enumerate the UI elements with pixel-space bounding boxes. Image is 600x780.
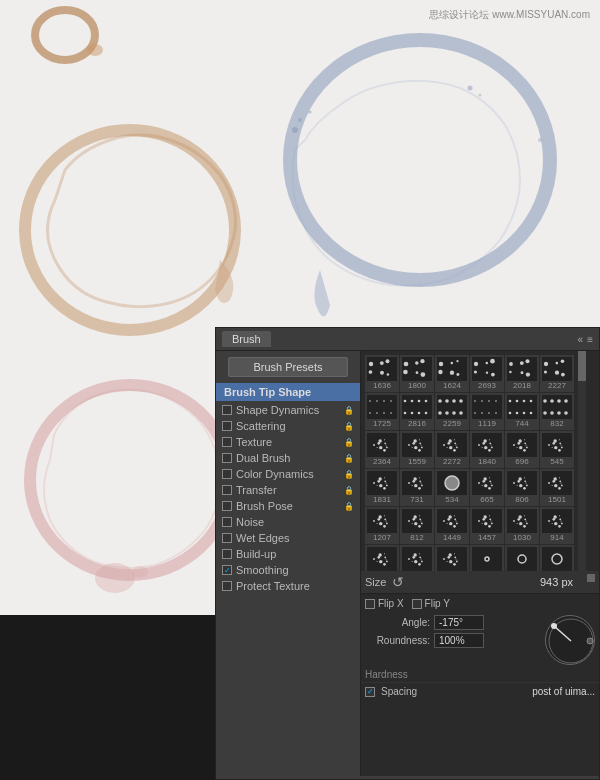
- brush-cell[interactable]: 2816: [400, 393, 434, 430]
- brush-cell[interactable]: 2364: [365, 431, 399, 468]
- brush-cell[interactable]: 1800: [400, 355, 434, 392]
- brush-cell[interactable]: 2227: [540, 355, 574, 392]
- brush-cell[interactable]: 806: [505, 469, 539, 506]
- brush-cell[interactable]: 1831: [365, 469, 399, 506]
- svg-point-252: [517, 523, 518, 524]
- brush-presets-button[interactable]: Brush Presets: [228, 357, 348, 377]
- brush-cell[interactable]: 534: [435, 469, 469, 506]
- svg-point-59: [418, 400, 421, 403]
- flip-x-checkbox[interactable]: [365, 599, 375, 609]
- svg-point-162: [373, 482, 375, 484]
- svg-point-268: [386, 559, 387, 560]
- brush-cell[interactable]: 1030: [505, 507, 539, 544]
- svg-point-16: [369, 370, 373, 374]
- brush-preview-cell: [367, 395, 397, 419]
- sidebar-item-texture[interactable]: Texture🔒: [216, 434, 360, 450]
- brush-size-num: 665: [480, 495, 493, 504]
- svg-point-73: [474, 400, 476, 402]
- brush-preview-cell: [542, 395, 572, 419]
- brush-cell[interactable]: 37: [505, 545, 539, 571]
- sidebar-item-wet-edges[interactable]: Wet Edges: [216, 530, 360, 546]
- brush-size-num: 2364: [373, 457, 391, 466]
- sidebar-item-label: Smoothing: [236, 564, 289, 576]
- svg-point-186: [489, 477, 490, 478]
- size-reset-icon[interactable]: ↺: [392, 574, 404, 590]
- svg-point-132: [478, 444, 480, 446]
- flip-y-checkbox[interactable]: [412, 599, 422, 609]
- brush-cell[interactable]: 545: [540, 431, 574, 468]
- collapse-icon[interactable]: «: [578, 334, 584, 345]
- size-scrollbar[interactable]: [587, 574, 595, 590]
- hardness-label: Hardness: [365, 669, 408, 680]
- sidebar-item-smoothing[interactable]: ✓Smoothing: [216, 562, 360, 578]
- svg-point-135: [489, 439, 490, 440]
- svg-point-292: [447, 561, 448, 562]
- brush-cell[interactable]: 1296: [365, 545, 399, 571]
- brush-cell[interactable]: 1449: [435, 507, 469, 544]
- brush-cell[interactable]: 1859: [400, 545, 434, 571]
- brush-tip-shape-title[interactable]: Brush Tip Shape: [216, 383, 360, 401]
- roundness-label: Roundness:: [365, 635, 430, 646]
- brush-cell[interactable]: 2404: [435, 545, 469, 571]
- brush-cell[interactable]: 1119: [470, 393, 504, 430]
- brush-tab[interactable]: Brush: [222, 331, 271, 347]
- sidebar-item-brush-pose[interactable]: Brush Pose🔒: [216, 498, 360, 514]
- sidebar-item-build-up[interactable]: Build-up: [216, 546, 360, 562]
- brush-cell[interactable]: 1501: [540, 469, 574, 506]
- bottom-bar: [0, 615, 215, 780]
- angle-input[interactable]: [434, 615, 484, 630]
- brush-cell[interactable]: 1840: [470, 431, 504, 468]
- brush-cell[interactable]: 1624: [435, 355, 469, 392]
- brush-cell[interactable]: 1457: [470, 507, 504, 544]
- sidebar-checkbox: ✓: [222, 565, 232, 575]
- brush-cell[interactable]: 832: [540, 393, 574, 430]
- svg-point-138: [526, 447, 528, 449]
- brush-cell[interactable]: 1207: [365, 507, 399, 544]
- brush-cell[interactable]: 23: [470, 545, 504, 571]
- svg-point-230: [453, 525, 456, 528]
- svg-point-122: [443, 444, 445, 446]
- angle-label: Angle:: [365, 617, 430, 628]
- svg-point-303: [551, 623, 557, 629]
- sidebar-item-color-dynamics[interactable]: Color Dynamics🔒: [216, 466, 360, 482]
- sidebar-item-noise[interactable]: Noise: [216, 514, 360, 530]
- sidebar-item-shape-dynamics[interactable]: Shape Dynamics🔒: [216, 402, 360, 418]
- grid-scrollbar[interactable]: [578, 351, 586, 571]
- brush-cell[interactable]: 1725: [365, 393, 399, 430]
- svg-point-182: [482, 485, 483, 486]
- svg-point-277: [384, 556, 386, 558]
- svg-point-24: [421, 372, 426, 377]
- svg-point-65: [438, 399, 442, 403]
- sidebar-item-dual-brush[interactable]: Dual Brush🔒: [216, 450, 360, 466]
- brush-cell[interactable]: 812: [400, 507, 434, 544]
- svg-point-205: [553, 477, 556, 480]
- brush-cell[interactable]: 2259: [435, 393, 469, 430]
- sidebar-item-scattering[interactable]: Scattering🔒: [216, 418, 360, 434]
- brush-cell[interactable]: 914: [540, 507, 574, 544]
- svg-point-6: [309, 111, 312, 114]
- sidebar-item-protect-texture[interactable]: Protect Texture: [216, 578, 360, 594]
- brush-size-num: 2693: [478, 381, 496, 390]
- brush-cell[interactable]: 1559: [400, 431, 434, 468]
- svg-point-259: [561, 523, 563, 525]
- svg-point-56: [390, 412, 392, 414]
- svg-point-91: [557, 399, 561, 403]
- brush-cell[interactable]: 731: [400, 469, 434, 506]
- spacing-checkbox[interactable]: ✓: [365, 687, 375, 697]
- roundness-input[interactable]: [434, 633, 484, 648]
- brush-cell[interactable]: 2272: [435, 431, 469, 468]
- svg-point-247: [489, 518, 491, 520]
- menu-icon[interactable]: ≡: [587, 334, 593, 345]
- brush-cell[interactable]: 2018: [505, 355, 539, 392]
- sidebar-item-transfer[interactable]: Transfer🔒: [216, 482, 360, 498]
- brush-cell[interactable]: 56: [540, 545, 574, 571]
- svg-point-241: [484, 522, 487, 525]
- brush-cell[interactable]: 744: [505, 393, 539, 430]
- brush-cell[interactable]: 665: [470, 469, 504, 506]
- brush-cell[interactable]: 1636: [365, 355, 399, 392]
- brush-cell[interactable]: 2693: [470, 355, 504, 392]
- svg-point-169: [418, 487, 421, 490]
- svg-point-127: [491, 445, 492, 446]
- angle-compass[interactable]: [545, 615, 595, 665]
- brush-cell[interactable]: 696: [505, 431, 539, 468]
